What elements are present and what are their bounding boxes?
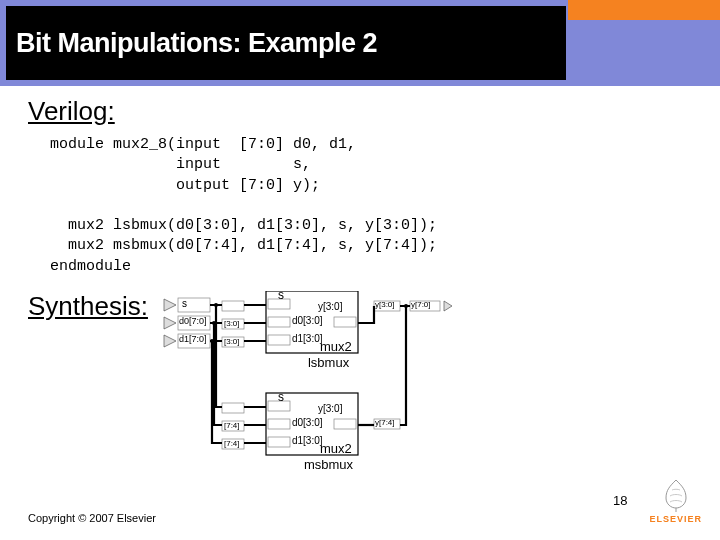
header-black-bg: Bit Manipulations: Example 2 [6,6,566,80]
diagram-in-d1: d1[7:0] [179,334,207,344]
diagram-port-y: y[3:0] [318,403,342,414]
code-line: input s, [50,156,311,173]
synthesis-diagram: s d0[7:0] d1[7:0] [3:0] [3:0] s d0[3:0] … [162,291,452,501]
slide-title: Bit Manipulations: Example 2 [16,28,377,59]
svg-marker-2 [164,335,176,347]
svg-marker-1 [164,317,176,329]
slide-header: Bit Manipulations: Example 2 [0,0,720,86]
diagram-port-s: s [278,288,284,302]
code-line: module mux2_8(input [7:0] d0, d1, [50,136,356,153]
code-line: mux2 msbmux(d0[7:4], d1[7:4], s, y[7:4])… [50,237,437,254]
copyright-text: Copyright © 2007 Elsevier [28,512,156,524]
diagram-port-d1: d1[3:0] [292,435,323,446]
svg-rect-6 [222,301,244,311]
svg-point-27 [212,321,216,325]
svg-rect-13 [334,317,356,327]
code-line: mux2 lsbmux(d0[3:0], d1[3:0], s, y[3:0])… [50,217,437,234]
diagram-port-d0: d0[3:0] [292,315,323,326]
verilog-code: module mux2_8(input [7:0] d0, d1, input … [50,135,692,277]
svg-point-28 [210,339,214,343]
svg-rect-17 [222,403,244,413]
diagram-port-d0: d0[3:0] [292,417,323,428]
code-line: endmodule [50,258,131,275]
diagram-out-y70: y[7:0] [411,300,431,309]
diagram-slice: [7:4] [224,421,240,430]
diagram-in-d0: d0[7:0] [179,316,207,326]
diagram-inst2: msbmux [304,457,353,472]
diagram-slice: [7:4] [224,439,240,448]
svg-rect-22 [268,419,290,429]
diagram-inst1: lsbmux [308,355,349,370]
header-orange-accent [568,0,720,20]
svg-rect-11 [268,317,290,327]
diagram-out-y74: y[7:4] [375,418,395,427]
diagram-port-y: y[3:0] [318,301,342,312]
diagram-out-y30: y[3:0] [375,300,395,309]
synthesis-row: Synthesis: [28,291,692,501]
diagram-in-s: s [182,298,187,309]
slide-content: Verilog: module mux2_8(input [7:0] d0, d… [0,86,720,501]
svg-rect-23 [268,437,290,447]
publisher-logo: ELSEVIER [649,476,702,524]
diagram-block-label: mux2 [320,441,352,456]
footer-right: 18 ELSEVIER [613,476,702,524]
diagram-block-label: mux2 [320,339,352,354]
svg-rect-12 [268,335,290,345]
page-number: 18 [613,493,627,508]
svg-marker-16 [444,301,452,311]
publisher-name: ELSEVIER [649,514,702,524]
diagram-slice: [3:0] [224,337,240,346]
code-line: output [7:0] y); [50,177,320,194]
svg-marker-0 [164,299,176,311]
diagram-port-s: s [278,390,284,404]
slide-footer: Copyright © 2007 Elsevier 18 ELSEVIER [0,476,720,524]
verilog-section-label: Verilog: [28,96,692,127]
svg-point-29 [404,304,408,308]
svg-rect-24 [334,419,356,429]
diagram-port-d1: d1[3:0] [292,333,323,344]
synthesis-section-label: Synthesis: [28,291,148,322]
diagram-slice: [3:0] [224,319,240,328]
tree-icon [658,476,694,512]
svg-rect-30 [658,476,694,512]
svg-point-26 [214,303,218,307]
